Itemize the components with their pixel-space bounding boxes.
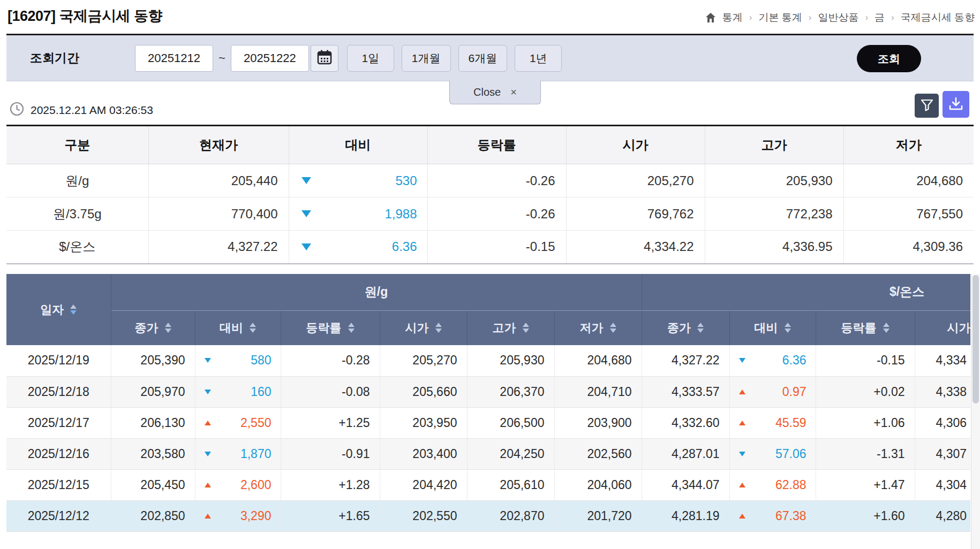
summary-rate: -0.26 [427,197,566,231]
history-subheader-krw-6[interactable]: 저가 [554,310,642,345]
history-date: 2025/12/12 [6,500,111,531]
history-subheader-krw-3[interactable]: 등락률 [281,310,380,345]
history-subheader-usd-1[interactable]: 종가 [642,310,729,345]
sort-icon[interactable] [523,323,529,333]
krw-change: 3,290 [195,500,281,531]
subheader-label: 종가 [135,320,159,336]
subheader-label: 대비 [220,320,243,336]
change-value: 2,600 [240,478,272,492]
usd-rate: -0.15 [816,345,915,376]
search-button[interactable]: 조회 [857,45,921,72]
triangle-down-icon [205,452,211,456]
search-control-bar: 조회기간 ~ 1일1개월6개월1년 조회 [6,34,974,81]
scrollbar-thumb[interactable] [973,275,979,403]
history-row: 2025/12/18205,970160-0.08205,660206,3702… [6,376,970,407]
sort-icon[interactable] [348,323,355,333]
breadcrumb-separator: › [809,12,812,23]
krw-change: 580 [195,345,281,376]
sort-icon[interactable] [165,323,171,333]
summary-high: 205,930 [705,164,843,197]
history-row: 2025/12/16203,5801,870-0.91203,400204,25… [6,438,970,469]
calendar-button[interactable] [311,45,338,72]
breadcrumb-item-1[interactable]: 통계 [722,11,743,25]
summary-change: 1,988 [289,197,427,231]
close-tab[interactable]: Close × [449,81,541,104]
usd-rate: +1.60 [816,500,915,531]
history-table: 일자원/g$/온스종가대비등락률시가고가저가종가대비등락률시가 2025/12/… [6,274,970,532]
summary-column-header: 등락률 [427,126,566,164]
download-button[interactable] [943,91,969,118]
history-date: 2025/12/19 [6,345,111,376]
history-row: 2025/12/12202,8503,290+1.65202,550202,87… [6,500,970,531]
history-date: 2025/12/16 [6,438,111,469]
download-icon [948,96,964,113]
breadcrumb-separator: › [749,12,752,23]
data-timestamp: 2025.12.21 AM 03:26:53 [31,104,153,117]
sort-icon[interactable] [70,304,77,315]
history-subheader-usd-3[interactable]: 등락률 [816,310,915,345]
close-icon[interactable]: × [510,86,517,98]
breadcrumb-item-4[interactable]: 금 [875,11,885,25]
triangle-down-icon [739,452,745,456]
triangle-down-icon [301,210,311,217]
summary-row: $/온스4,327.226.36-0.154,334.224,336.954,3… [6,231,974,264]
krw-low: 204,710 [554,376,642,407]
vertical-scrollbar[interactable] [971,274,980,549]
sort-icon[interactable] [697,323,704,333]
krw-rate: -0.28 [281,345,380,376]
filter-button[interactable] [915,94,939,118]
krw-open: 203,400 [380,438,467,469]
history-subheader-krw-2[interactable]: 대비 [195,310,281,345]
summary-price: 205,440 [148,164,289,197]
sort-icon[interactable] [610,323,616,333]
change-value: 57.06 [775,447,806,461]
period-button-3[interactable]: 6개월 [458,45,508,72]
krw-low: 201,720 [554,500,642,531]
summary-high: 4,336.95 [705,231,843,264]
history-subheader-krw-1[interactable]: 종가 [111,310,195,345]
summary-table: 구분현재가대비등락률시가고가저가 원/g205,440530-0.26205,2… [6,125,974,264]
change-value: 0.97 [782,385,806,399]
krw-high: 205,930 [467,345,554,376]
calendar-icon [316,49,333,67]
sort-icon[interactable] [883,323,889,333]
date-from-input[interactable] [135,45,213,72]
summary-rate: -0.26 [427,164,566,197]
period-button-1[interactable]: 1일 [347,45,394,72]
history-subheader-krw-4[interactable]: 시가 [380,310,467,345]
period-button-4[interactable]: 1년 [515,45,562,72]
breadcrumb-item-5[interactable]: 국제금시세 동향 [901,11,975,25]
period-label: 조회기간 [30,50,79,66]
period-button-2[interactable]: 1개월 [402,45,451,72]
usd-rate: +1.06 [816,407,915,438]
history-subheader-usd-2[interactable]: 대비 [729,310,816,345]
sort-icon[interactable] [250,323,256,333]
subheader-label: 등락률 [841,320,877,336]
history-subheader-usd-4[interactable]: 시가 [915,310,970,345]
summary-column-header: 현재가 [148,126,289,164]
date-to-input[interactable] [231,45,309,72]
summary-change: 6.36 [289,231,427,264]
krw-rate: +1.28 [281,469,380,500]
subheader-label: 고가 [493,320,516,336]
usd-open-clipped: 4,338 [915,376,970,407]
sort-icon[interactable] [785,323,791,333]
home-icon[interactable] [705,12,716,23]
usd-close: 4,287.01 [642,438,729,469]
triangle-up-icon [205,514,211,518]
history-date: 2025/12/17 [6,407,111,438]
close-tab-label: Close [473,86,501,98]
history-date-header[interactable]: 일자 [6,274,111,345]
summary-price: 4,327.22 [148,231,289,264]
history-subheader-krw-5[interactable]: 고가 [467,310,554,345]
triangle-up-icon [205,483,211,487]
sort-icon[interactable] [435,323,442,333]
krw-close: 205,390 [111,345,195,376]
summary-column-header: 대비 [289,126,427,164]
usd-open-clipped: 4,280 [915,500,970,531]
breadcrumb-item-3[interactable]: 일반상품 [818,11,858,25]
history-row: 2025/12/15205,4502,600+1.28204,420205,61… [6,469,970,500]
usd-rate: +1.47 [816,469,915,500]
krw-change: 1,870 [195,438,281,469]
breadcrumb-item-2[interactable]: 기본 통계 [758,11,802,25]
